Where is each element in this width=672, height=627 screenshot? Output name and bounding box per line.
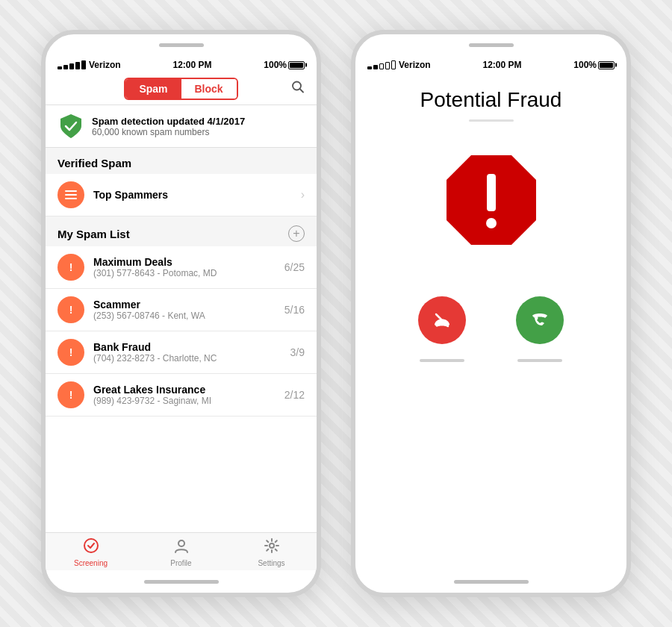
svg-text:!: !: [69, 346, 73, 358]
update-notice: Spam detection updated 4/1/2017 60,000 k…: [46, 104, 317, 148]
battery-fill-right: [600, 63, 613, 68]
spam-tab[interactable]: Spam: [125, 79, 181, 99]
spam-count-3: 2/12: [284, 389, 305, 401]
update-subtitle: 60,000 known spam numbers: [92, 127, 245, 137]
svg-rect-13: [487, 174, 496, 211]
tab-screening[interactable]: Screening: [46, 533, 136, 570]
battery-right: 100%: [573, 60, 615, 70]
warning-icon: [443, 152, 540, 252]
tab-settings-label: Settings: [258, 559, 284, 567]
spam-content-1: Scammer (253) 567-08746 - Kent, WA: [93, 299, 284, 321]
svg-rect-3: [65, 194, 77, 196]
battery-body: [288, 61, 305, 69]
spam-icon-3: !: [57, 381, 84, 408]
spam-content-2: Bank Fraud (704) 232-8273 - Charlotte, N…: [93, 341, 290, 364]
top-spammers-icon: [57, 181, 84, 208]
decline-label: [420, 359, 464, 362]
carrier-right: Verizon: [399, 60, 431, 70]
spam-name-0: Maximum Deals: [93, 256, 284, 268]
my-spam-list-header: My Spam List +: [46, 216, 317, 246]
top-spammers-content: Top Spammers: [93, 189, 301, 201]
svg-text:!: !: [69, 261, 73, 273]
status-bar-left: Verizon 12:00 PM 100%: [46, 57, 317, 73]
signal-dot-r5: [391, 60, 396, 69]
top-spammers-right: ›: [301, 188, 305, 202]
spam-icon-1: !: [57, 296, 84, 323]
signal-dot-5: [81, 60, 86, 69]
spam-item-2[interactable]: ! Bank Fraud (704) 232-8273 - Charlotte,…: [46, 331, 317, 374]
fraud-screen: Potential Fraud: [355, 73, 626, 570]
svg-text:!: !: [69, 389, 73, 401]
octagon-svg: [443, 152, 540, 249]
settings-icon: [264, 537, 280, 558]
signal-dot-r1: [367, 66, 372, 69]
svg-text:!: !: [69, 304, 73, 316]
battery-fill: [290, 63, 303, 68]
update-title: Spam detection updated 4/1/2017: [92, 116, 245, 127]
segmented-control[interactable]: Spam Block: [124, 78, 237, 100]
signal-dots: [57, 60, 86, 69]
carrier-left: Verizon: [89, 60, 121, 70]
screening-icon: [83, 537, 99, 558]
signal-dot-r4: [385, 62, 390, 69]
tab-bar: Screening Profile Settin: [46, 532, 317, 570]
svg-point-9: [84, 539, 98, 552]
signal-right: Verizon: [367, 60, 431, 70]
svg-point-11: [270, 543, 274, 548]
right-phone: Verizon 12:00 PM 100% Potential Fraud: [351, 30, 631, 597]
shield-icon: [57, 113, 84, 140]
tab-screening-label: Screening: [74, 559, 108, 567]
spam-content-3: Great Lakes Insurance (989) 423-9732 - S…: [93, 384, 284, 406]
tab-profile[interactable]: Profile: [136, 533, 226, 570]
svg-line-1: [300, 89, 304, 93]
decline-button[interactable]: [418, 296, 466, 344]
spam-item-3[interactable]: ! Great Lakes Insurance (989) 423-9732 -…: [46, 374, 317, 417]
signal-dot-r2: [373, 65, 378, 69]
spam-detail-1: (253) 567-08746 - Kent, WA: [93, 311, 284, 321]
tab-profile-label: Profile: [170, 559, 191, 567]
spam-detail-2: (704) 232-8273 - Charlotte, NC: [93, 353, 290, 364]
time-left: 12:00 PM: [172, 60, 211, 70]
block-tab[interactable]: Block: [181, 79, 237, 99]
time-right: 12:00 PM: [482, 60, 521, 70]
fraud-title: Potential Fraud: [420, 88, 562, 112]
signal-dots-right: [367, 60, 396, 69]
call-labels: [370, 359, 612, 362]
search-icon[interactable]: [291, 81, 305, 98]
spam-count-1: 5/16: [284, 304, 305, 316]
spam-item-1[interactable]: ! Scammer (253) 567-08746 - Kent, WA 5/1…: [46, 289, 317, 331]
top-spammers-label: Top Spammers: [93, 189, 301, 201]
accept-label: [517, 359, 562, 362]
add-spam-button[interactable]: +: [288, 225, 305, 242]
signal-left: Verizon: [57, 60, 121, 70]
spam-icon-0: !: [57, 254, 84, 281]
call-actions: [370, 296, 612, 344]
fraud-divider: [469, 119, 514, 122]
status-bar-right: Verizon 12:00 PM 100%: [355, 57, 626, 73]
verified-spam-header: Verified Spam: [46, 148, 317, 174]
spam-count-0: 6/25: [284, 261, 305, 273]
svg-rect-4: [65, 198, 77, 199]
signal-dot-4: [75, 62, 80, 69]
top-spammers-item[interactable]: Top Spammers ›: [46, 174, 317, 216]
nav-bar: Spam Block: [46, 73, 317, 104]
signal-dot-2: [63, 65, 68, 69]
my-spam-list-label: My Spam List: [57, 228, 130, 240]
tab-settings[interactable]: Settings: [226, 533, 317, 570]
accept-button[interactable]: [516, 296, 564, 344]
spam-detail-3: (989) 423-9732 - Saginaw, MI: [93, 396, 284, 406]
chevron-right-icon: ›: [301, 188, 305, 202]
spam-count-2: 3/9: [290, 346, 305, 358]
spam-item-0[interactable]: ! Maximum Deals (301) 577-8643 - Potomac…: [46, 246, 317, 289]
signal-dot-r3: [379, 63, 384, 69]
spam-name-2: Bank Fraud: [93, 341, 290, 353]
svg-rect-2: [65, 190, 77, 192]
svg-point-10: [178, 540, 184, 546]
spam-name-3: Great Lakes Insurance: [93, 384, 284, 396]
profile-icon: [173, 537, 190, 558]
spam-content-0: Maximum Deals (301) 577-8643 - Potomac, …: [93, 256, 284, 278]
signal-dot-1: [57, 66, 62, 69]
spam-detail-0: (301) 577-8643 - Potomac, MD: [93, 268, 284, 278]
left-phone: Verizon 12:00 PM 100% Spam Block: [41, 30, 321, 597]
svg-point-14: [486, 218, 497, 228]
